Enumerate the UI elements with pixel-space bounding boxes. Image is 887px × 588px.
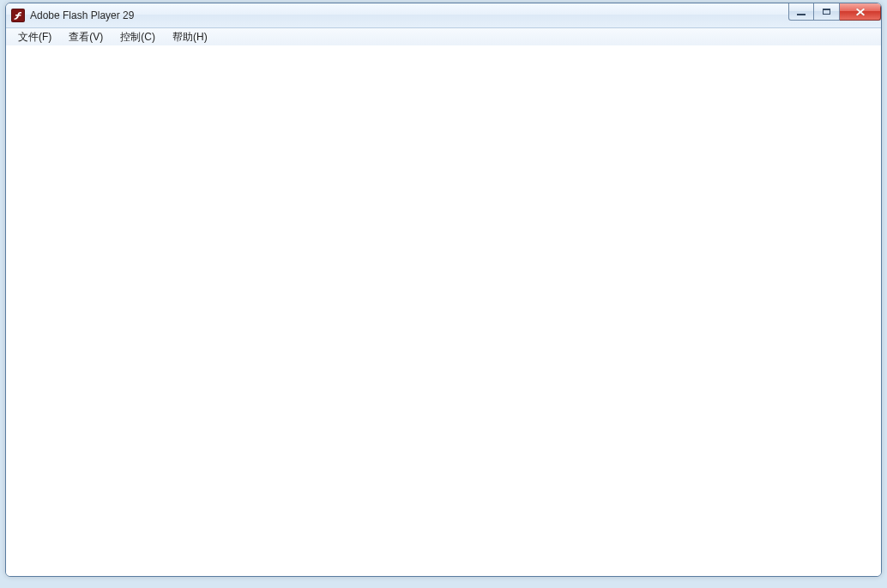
minimize-button[interactable] [788, 3, 814, 21]
menu-view[interactable]: 查看(V) [60, 29, 112, 45]
flash-app-icon [11, 9, 25, 22]
menu-file[interactable]: 文件(F) [9, 29, 60, 45]
menubar: 文件(F) 查看(V) 控制(C) 帮助(H) [6, 28, 881, 46]
app-window: Adobe Flash Player 29 文件(F) 查看(V) 控制(C) … [5, 3, 882, 577]
minimize-icon [797, 14, 806, 15]
close-button[interactable] [840, 3, 881, 21]
close-icon [854, 8, 866, 16]
menu-control[interactable]: 控制(C) [112, 29, 164, 45]
window-title: Adobe Flash Player 29 [30, 9, 134, 22]
titlebar[interactable]: Adobe Flash Player 29 [6, 3, 881, 28]
content-area [6, 45, 881, 576]
window-controls [788, 3, 881, 21]
maximize-button[interactable] [814, 3, 840, 21]
maximize-icon [823, 9, 830, 15]
menu-help[interactable]: 帮助(H) [164, 29, 216, 45]
